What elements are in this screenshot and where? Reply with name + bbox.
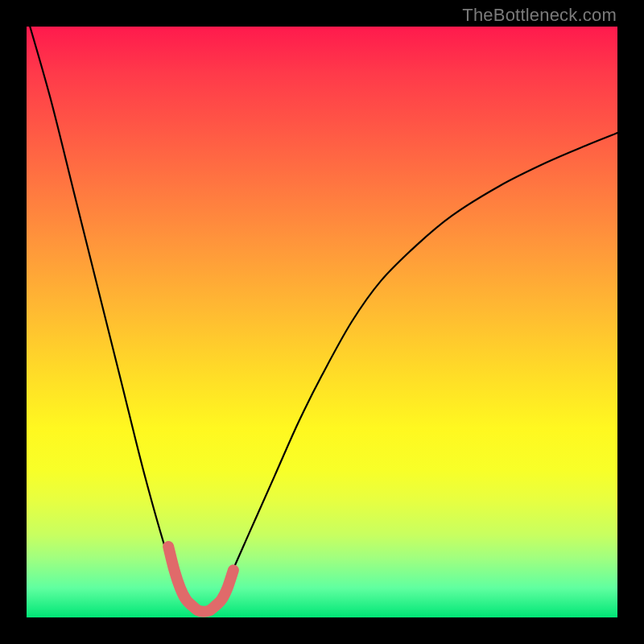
watermark-label: TheBottleneck.com [462, 5, 617, 26]
bottleneck-curve-path [27, 27, 617, 612]
chart-plot-area [27, 27, 617, 617]
chart-svg [27, 27, 617, 617]
optimal-marker-path [168, 547, 233, 612]
